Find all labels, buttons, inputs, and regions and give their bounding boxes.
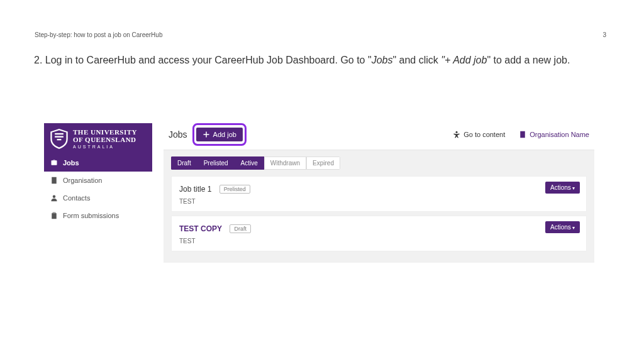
sidebar-item-label: Form submissions — [63, 212, 119, 219]
tab-withdrawn[interactable]: Withdrawn — [264, 156, 306, 170]
actions-button[interactable]: Actions — [545, 182, 580, 194]
svg-rect-2 — [57, 139, 62, 140]
actions-button[interactable]: Actions — [545, 221, 580, 233]
sidebar: THE UNIVERSITY OF QUEENSLAND AUSTRALIA J… — [44, 123, 152, 224]
building-icon — [50, 177, 58, 184]
add-job-button[interactable]: Add job — [196, 128, 243, 141]
instruction-em1: Jobs — [372, 55, 393, 65]
instruction-text: " to add a new job. — [487, 55, 570, 65]
accessibility-icon — [453, 131, 460, 138]
plus-icon — [203, 131, 210, 138]
sidebar-item-label: Organisation — [63, 177, 102, 184]
go-to-content-label: Go to content — [464, 131, 505, 138]
organisation-name-link[interactable]: Organisation Name — [519, 131, 589, 138]
status-badge: Draft — [230, 224, 251, 233]
step-instruction: 2. Log in to CareerHub and access your C… — [34, 53, 606, 67]
organisation-name-label: Organisation Name — [530, 131, 589, 138]
job-title[interactable]: TEST COPY — [179, 224, 222, 233]
sidebar-item-contacts[interactable]: Contacts — [44, 189, 152, 207]
svg-point-3 — [53, 195, 56, 199]
job-row: TEST COPY Draft Actions TEST — [171, 216, 587, 251]
tab-prelisted[interactable]: Prelisted — [197, 156, 235, 170]
person-icon — [50, 194, 58, 202]
sidebar-item-form-submissions[interactable]: Form submissions — [44, 207, 152, 224]
tab-bar: Draft Prelisted Active Withdrawn Expired — [164, 150, 594, 176]
add-job-label: Add job — [213, 131, 236, 138]
building-icon — [519, 131, 526, 138]
sidebar-item-jobs[interactable]: Jobs — [44, 154, 152, 172]
topbar: Jobs Add job Go to content Organisation … — [164, 119, 594, 150]
status-badge: Prelisted — [219, 185, 250, 194]
tab-active[interactable]: Active — [235, 156, 264, 170]
doc-header: Step-by-step: how to post a job on Caree… — [35, 31, 162, 38]
page-number: 3 — [602, 31, 606, 38]
tab-draft[interactable]: Draft — [171, 156, 197, 170]
clipboard-icon — [50, 212, 58, 219]
job-subtitle: TEST — [179, 238, 579, 244]
main-panel: Jobs Add job Go to content Organisation … — [164, 119, 594, 263]
add-job-highlight: Add job — [192, 123, 247, 146]
job-subtitle: TEST — [179, 198, 579, 205]
instruction-text: " and click — [392, 55, 441, 65]
logo-line1: THE UNIVERSITY — [73, 128, 137, 136]
logo: THE UNIVERSITY OF QUEENSLAND AUSTRALIA — [44, 123, 152, 154]
page-title: Jobs — [169, 129, 187, 140]
tab-expired[interactable]: Expired — [306, 156, 340, 170]
svg-rect-1 — [55, 136, 64, 137]
instruction-text: 2. Log in to CareerHub and access your C… — [34, 55, 372, 65]
logo-line2: OF QUEENSLAND — [73, 136, 137, 143]
job-row: Job title 1 Prelisted Actions TEST — [171, 176, 587, 212]
sidebar-item-organisation[interactable]: Organisation — [44, 172, 152, 189]
go-to-content-link[interactable]: Go to content — [453, 131, 505, 138]
briefcase-icon — [50, 159, 58, 167]
sidebar-item-label: Jobs — [63, 159, 79, 167]
job-title[interactable]: Job title 1 — [179, 185, 211, 194]
logo-line3: AUSTRALIA — [73, 145, 137, 149]
sidebar-item-label: Contacts — [63, 194, 90, 202]
shield-icon — [50, 129, 68, 149]
instruction-em2: "+ Add job — [441, 55, 487, 65]
svg-rect-0 — [55, 133, 64, 134]
svg-point-4 — [456, 131, 458, 133]
